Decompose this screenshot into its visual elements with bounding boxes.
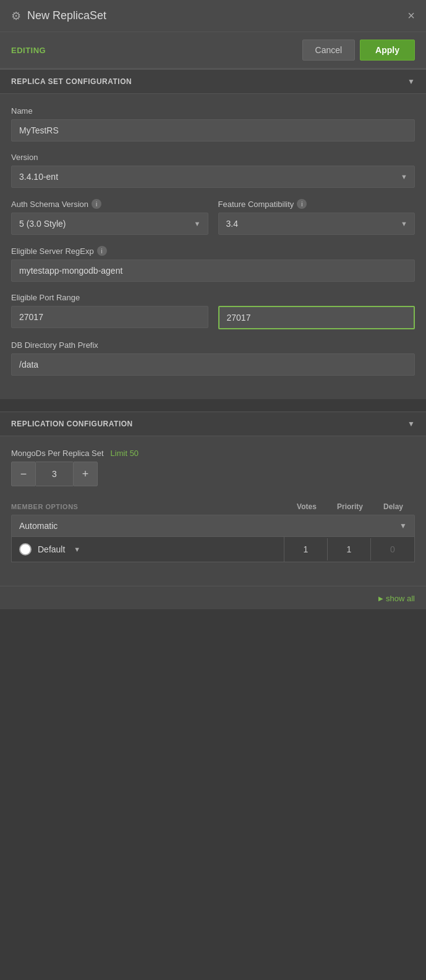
increment-button[interactable]: + <box>73 462 98 486</box>
eligible-port-group: Eligible Port Range <box>11 293 415 329</box>
editing-actions: Cancel Apply <box>302 40 415 61</box>
auth-schema-select[interactable]: 5 (3.0 Style) <box>11 213 208 235</box>
feature-compat-info-icon[interactable]: i <box>297 199 307 209</box>
member-radio[interactable] <box>19 543 32 555</box>
votes-col-header: Votes <box>285 502 328 511</box>
member-type-label: Default <box>38 544 65 554</box>
replica-set-config-chevron: ▼ <box>407 77 415 86</box>
db-dir-input[interactable] <box>11 353 415 376</box>
replica-set-config-title: REPLICA SET CONFIGURATION <box>11 77 132 86</box>
db-dir-group: DB Directory Path Prefix <box>11 340 415 376</box>
mongods-label: MongoDs Per Replica Set Limit 50 <box>11 449 415 458</box>
port-from-input[interactable] <box>11 306 208 328</box>
version-label: Version <box>11 153 415 162</box>
close-button[interactable]: × <box>407 9 415 23</box>
eligible-server-label: Eligible Server RegExp i <box>11 246 415 256</box>
replication-config-title: REPLICATION CONFIGURATION <box>11 420 133 428</box>
replica-set-config-header[interactable]: REPLICA SET CONFIGURATION ▼ <box>0 69 426 94</box>
automatic-chevron: ▼ <box>399 522 407 530</box>
member-options-header: MEMBER OPTIONS Votes Priority Delay <box>11 497 415 515</box>
feature-compat-group: Feature Compatibility i 3.4 <box>218 199 415 235</box>
replication-config-body: MongoDs Per Replica Set Limit 50 − 3 + M… <box>0 436 426 586</box>
delay-col-header: Delay <box>372 502 415 511</box>
section-divider <box>0 399 426 412</box>
apply-button[interactable]: Apply <box>360 40 415 61</box>
show-all-bar[interactable]: ▶ show all <box>0 586 426 609</box>
name-label: Name <box>11 106 415 116</box>
eligible-server-input[interactable] <box>11 260 415 282</box>
show-all-label: show all <box>386 594 415 603</box>
priority-cell: 1 <box>328 538 371 560</box>
auth-schema-info-icon[interactable]: i <box>92 199 101 209</box>
replica-set-config-body: Name Version 3.4.10-ent Auth Schema Vers… <box>0 94 426 399</box>
version-select[interactable]: 3.4.10-ent <box>11 166 415 188</box>
title-bar: ⚙ New ReplicaSet × <box>0 0 426 32</box>
member-type-cell[interactable]: Default ▼ <box>12 537 284 562</box>
mongods-limit-label: Limit 50 <box>111 449 139 458</box>
version-select-wrapper: 3.4.10-ent <box>11 166 415 188</box>
auth-schema-group: Auth Schema Version i 5 (3.0 Style) <box>11 199 208 235</box>
window-title: New ReplicaSet <box>27 9 106 22</box>
eligible-port-label: Eligible Port Range <box>11 293 415 302</box>
editing-bar: EDITING Cancel Apply <box>0 32 426 69</box>
decrement-button[interactable]: − <box>11 462 36 486</box>
replicaset-icon: ⚙ <box>11 9 21 23</box>
automatic-row[interactable]: Automatic ▼ <box>11 515 415 537</box>
version-group: Version 3.4.10-ent <box>11 153 415 188</box>
mongods-group: MongoDs Per Replica Set Limit 50 − 3 + <box>11 449 415 486</box>
cancel-button[interactable]: Cancel <box>302 40 356 61</box>
title-bar-left: ⚙ New ReplicaSet <box>11 9 106 23</box>
member-row: Default ▼ 1 1 0 <box>11 537 415 562</box>
port-row <box>11 306 415 329</box>
feature-compat-select[interactable]: 3.4 <box>218 213 415 235</box>
eligible-server-info-icon[interactable]: i <box>97 246 107 256</box>
replication-config-header[interactable]: REPLICATION CONFIGURATION ▼ <box>0 412 426 436</box>
member-type-chevron: ▼ <box>74 546 80 553</box>
editing-status: EDITING <box>11 46 46 55</box>
delay-cell: 0 <box>371 538 414 560</box>
port-to-wrapper <box>218 306 415 329</box>
eligible-server-group: Eligible Server RegExp i <box>11 246 415 282</box>
member-options-label: MEMBER OPTIONS <box>11 503 285 510</box>
port-to-input[interactable] <box>218 306 415 329</box>
db-dir-label: DB Directory Path Prefix <box>11 340 415 350</box>
port-from-wrapper <box>11 306 208 329</box>
feature-compat-select-wrapper: 3.4 <box>218 213 415 235</box>
show-all-arrow-icon: ▶ <box>378 595 383 602</box>
show-all-link[interactable]: ▶ show all <box>378 594 415 603</box>
auth-schema-select-wrapper: 5 (3.0 Style) <box>11 213 208 235</box>
auth-feature-row: Auth Schema Version i 5 (3.0 Style) Feat… <box>11 199 415 246</box>
replication-config-chevron: ▼ <box>407 420 415 428</box>
automatic-label: Automatic <box>19 521 58 531</box>
member-options-group: MEMBER OPTIONS Votes Priority Delay Auto… <box>11 497 415 562</box>
auth-schema-label: Auth Schema Version i <box>11 199 208 209</box>
priority-col-header: Priority <box>328 502 372 511</box>
name-input[interactable] <box>11 119 415 142</box>
votes-cell: 1 <box>284 538 328 560</box>
mongods-count: 3 <box>36 462 73 486</box>
feature-compat-label: Feature Compatibility i <box>218 199 415 209</box>
name-group: Name <box>11 106 415 142</box>
mongods-stepper: − 3 + <box>11 462 415 486</box>
